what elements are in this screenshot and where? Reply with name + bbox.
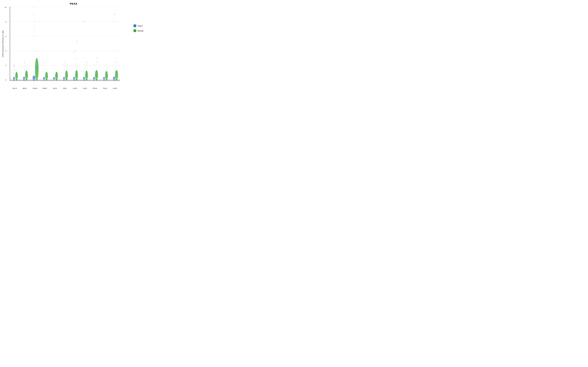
- svg-point-142: [114, 69, 114, 69]
- svg-point-79: [64, 69, 64, 69]
- svg-point-62: [44, 62, 45, 62]
- x-label-ucec: UCEC: [112, 87, 118, 89]
- svg-point-45: [35, 69, 35, 69]
- svg-point-110: [87, 66, 87, 66]
- x-label-luad: LUAD: [72, 87, 78, 89]
- svg-point-70: [54, 66, 55, 66]
- svg-point-118: [95, 62, 95, 62]
- svg-point-148: [117, 68, 118, 68]
- svg-point-71: [53, 68, 54, 69]
- svg-point-35: [34, 36, 35, 36]
- svg-point-88: [74, 61, 74, 61]
- svg-point-81: [73, 77, 75, 81]
- svg-point-66: [53, 77, 55, 80]
- svg-point-94: [77, 58, 78, 58]
- legend-tumor-label: Tumor: [138, 25, 143, 27]
- svg-point-49: [36, 58, 37, 58]
- normal-color-box: [134, 29, 136, 32]
- svg-point-123: [103, 77, 105, 80]
- svg-point-54: [36, 70, 37, 70]
- svg-point-92: [77, 41, 77, 42]
- svg-point-140: [113, 64, 114, 65]
- svg-point-137: [114, 51, 114, 51]
- svg-point-111: [86, 68, 87, 68]
- svg-point-135: [113, 21, 114, 22]
- legend: Tumor Normal: [134, 25, 143, 32]
- svg-point-36: [34, 39, 34, 40]
- svg-point-31: [34, 21, 35, 22]
- x-label-kich: KICH: [52, 87, 58, 89]
- svg-point-24: [25, 70, 25, 71]
- svg-point-116: [94, 66, 95, 66]
- svg-point-82: [75, 70, 78, 81]
- svg-point-43: [34, 64, 34, 65]
- svg-point-129: [104, 70, 105, 71]
- svg-point-113: [95, 70, 98, 81]
- svg-point-108: [87, 62, 87, 62]
- svg-point-53: [37, 68, 37, 68]
- svg-point-58: [43, 77, 45, 80]
- legend-normal: Normal: [134, 29, 143, 32]
- chart-area: [10, 7, 120, 81]
- svg-point-29: [34, 7, 35, 7]
- svg-point-112: [93, 77, 95, 80]
- svg-point-23: [24, 68, 24, 68]
- svg-point-105: [85, 67, 85, 67]
- svg-point-122: [97, 58, 97, 59]
- svg-point-101: [84, 21, 85, 22]
- svg-point-59: [45, 72, 48, 81]
- svg-point-93: [76, 51, 77, 51]
- svg-point-120: [97, 62, 97, 62]
- svg-point-41: [34, 58, 34, 58]
- x-label-brca: BRCA: [22, 87, 28, 89]
- x-label-hnsc: HNSC: [42, 87, 48, 89]
- svg-point-117: [94, 68, 94, 68]
- svg-point-33: [35, 29, 35, 29]
- svg-point-15: [13, 65, 14, 65]
- svg-point-42: [35, 62, 35, 62]
- svg-point-67: [55, 72, 58, 81]
- svg-point-51: [37, 64, 37, 65]
- svg-point-14: [14, 73, 14, 73]
- svg-point-48: [37, 51, 38, 51]
- svg-point-22: [25, 66, 25, 67]
- x-label-kirc: KIRC: [62, 87, 68, 89]
- x-axis-labels: BLCA BRCA COAD HNSC KICH KIRC LUAD LUSC …: [10, 87, 120, 89]
- svg-point-128: [104, 68, 104, 68]
- svg-point-139: [114, 62, 115, 62]
- svg-point-47: [34, 73, 35, 74]
- svg-point-143: [114, 71, 115, 71]
- svg-point-134: [114, 14, 115, 15]
- svg-point-138: [115, 58, 115, 58]
- svg-point-21: [24, 63, 24, 64]
- svg-point-40: [35, 54, 35, 54]
- svg-point-85: [74, 51, 75, 51]
- svg-point-104: [84, 64, 84, 65]
- svg-point-76: [64, 62, 65, 62]
- svg-point-127: [104, 66, 105, 66]
- svg-point-89: [75, 63, 75, 64]
- svg-point-121: [96, 64, 96, 65]
- chart-svg: [10, 7, 120, 81]
- svg-point-73: [65, 70, 68, 81]
- legend-normal-label: Normal: [138, 30, 143, 32]
- svg-point-38: [33, 47, 34, 47]
- svg-point-17: [25, 70, 28, 81]
- x-label-prad: PRAD: [92, 87, 98, 89]
- svg-point-55: [37, 71, 38, 72]
- svg-point-72: [63, 77, 65, 80]
- x-label-coad: COAD: [32, 87, 38, 89]
- svg-point-78: [64, 67, 65, 67]
- svg-point-98: [85, 70, 88, 81]
- svg-point-130: [113, 76, 115, 81]
- svg-point-44: [34, 67, 35, 67]
- svg-point-7: [13, 77, 15, 81]
- svg-point-146: [117, 51, 117, 51]
- svg-point-131: [115, 70, 118, 81]
- svg-point-90: [74, 66, 75, 66]
- svg-point-145: [116, 58, 116, 58]
- svg-point-96: [77, 66, 78, 66]
- svg-point-13: [14, 70, 15, 70]
- svg-point-80: [65, 71, 65, 71]
- chart-container: PAX4 mRNA Expression (RNASeq V2, log2) 1…: [0, 0, 147, 92]
